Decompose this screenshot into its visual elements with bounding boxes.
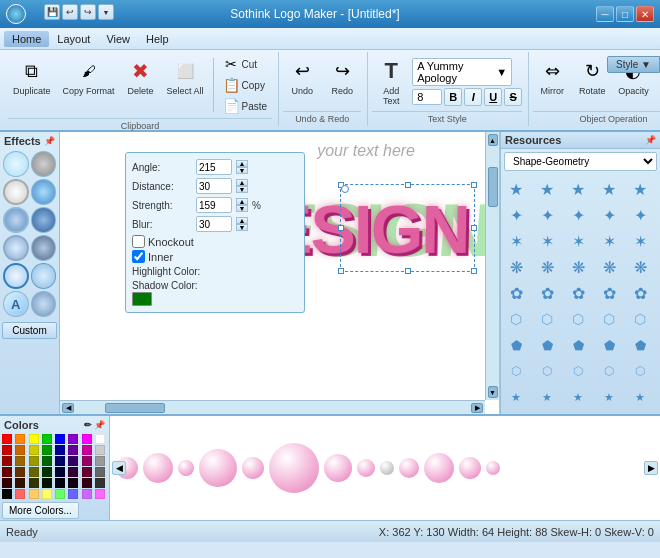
shape-star-5pt-5[interactable]: ★ <box>628 177 652 201</box>
italic-button[interactable]: I <box>464 88 482 106</box>
quick-redo-btn[interactable]: ↪ <box>80 4 96 20</box>
shape-hex-2[interactable]: ⬡ <box>535 307 559 331</box>
distance-down-btn[interactable]: ▼ <box>236 186 248 193</box>
color-cell[interactable] <box>15 434 25 444</box>
color-cell[interactable] <box>2 434 12 444</box>
redo-button[interactable]: ↪ Redo <box>323 54 361 99</box>
color-cell[interactable] <box>15 489 25 499</box>
color-cell[interactable] <box>42 467 52 477</box>
color-cell[interactable] <box>15 445 25 455</box>
color-cell[interactable] <box>42 456 52 466</box>
font-size-box[interactable]: 8 <box>412 89 442 105</box>
color-cell[interactable] <box>68 489 78 499</box>
shape-star-4pt-2[interactable]: ✦ <box>535 203 559 227</box>
shape-star-4pt-5[interactable]: ✦ <box>628 203 652 227</box>
color-cell[interactable] <box>15 478 25 488</box>
distance-input[interactable] <box>196 178 232 194</box>
duplicate-button[interactable]: ⧉ Duplicate <box>8 54 56 99</box>
knockout-checkbox[interactable] <box>132 235 145 248</box>
scroll-thumb-v[interactable] <box>488 167 498 207</box>
color-cell[interactable] <box>68 456 78 466</box>
menu-help[interactable]: Help <box>138 31 177 47</box>
colors-scroll-right[interactable]: ▶ <box>644 461 658 475</box>
scroll-v-down[interactable]: ▼ <box>488 386 498 398</box>
color-cell[interactable] <box>68 445 78 455</box>
strikethrough-button[interactable]: S <box>504 88 522 106</box>
shape-hex-s-4[interactable]: ⬡ <box>597 359 621 383</box>
effect-btn-4[interactable] <box>31 179 56 205</box>
color-cell[interactable] <box>15 467 25 477</box>
blur-spinner[interactable]: ▲ ▼ <box>236 217 248 231</box>
effect-btn-2[interactable] <box>31 151 57 177</box>
color-cell[interactable] <box>2 478 12 488</box>
scroll-thumb-h[interactable] <box>105 403 165 413</box>
shape-hex-5[interactable]: ⬡ <box>628 307 652 331</box>
color-cell[interactable] <box>68 434 78 444</box>
shape-star-4pt-4[interactable]: ✦ <box>597 203 621 227</box>
shape-star-5pt-1[interactable]: ★ <box>504 177 528 201</box>
shape-hex-s-3[interactable]: ⬡ <box>566 359 590 383</box>
color-cell[interactable] <box>29 434 39 444</box>
more-colors-button[interactable]: More Colors... <box>2 502 79 519</box>
color-cell[interactable] <box>95 456 105 466</box>
minimize-button[interactable]: ─ <box>596 6 614 22</box>
blur-input[interactable] <box>196 216 232 232</box>
shape-4pt-sm-2[interactable]: ✦ <box>535 411 559 414</box>
shape-flower-1[interactable]: ✿ <box>504 281 528 305</box>
shape-star-6pt-2[interactable]: ✶ <box>535 229 559 253</box>
shape-4pt-sm-4[interactable]: ✦ <box>597 411 621 414</box>
shape-burst-3[interactable]: ❋ <box>566 255 590 279</box>
angle-up-btn[interactable]: ▲ <box>236 160 248 167</box>
distance-up-btn[interactable]: ▲ <box>236 179 248 186</box>
style-badge[interactable]: Style ▼ <box>607 56 660 73</box>
shape-diamond-3[interactable]: ⬟ <box>566 333 590 357</box>
color-cell[interactable] <box>2 489 12 499</box>
effect-btn-5[interactable] <box>3 207 29 233</box>
color-cell[interactable] <box>2 456 12 466</box>
copy-format-button[interactable]: 🖌 Copy Format <box>58 54 120 99</box>
font-name-box[interactable]: A Yummy Apology ▼ <box>412 58 512 86</box>
shape-4pt-sm-5[interactable]: ✦ <box>628 411 652 414</box>
shape-burst-1[interactable]: ❋ <box>504 255 528 279</box>
color-cell[interactable] <box>82 456 92 466</box>
color-cell[interactable] <box>55 467 65 477</box>
shape-diamond-2[interactable]: ⬟ <box>535 333 559 357</box>
shape-burst-2[interactable]: ❋ <box>535 255 559 279</box>
shape-4pt-sm-3[interactable]: ✦ <box>566 411 590 414</box>
color-cell[interactable] <box>55 456 65 466</box>
shape-hex-1[interactable]: ⬡ <box>504 307 528 331</box>
distance-spinner[interactable]: ▲ ▼ <box>236 179 248 193</box>
shape-star-6pt-1[interactable]: ✶ <box>504 229 528 253</box>
effect-btn-3[interactable] <box>3 179 29 205</box>
shape-star-4pt-1[interactable]: ✦ <box>504 203 528 227</box>
shape-star-4pt-3[interactable]: ✦ <box>566 203 590 227</box>
shape-star-6pt-4[interactable]: ✶ <box>597 229 621 253</box>
strength-down-btn[interactable]: ▼ <box>236 205 248 212</box>
canvas-scrollbar-v[interactable]: ▲ ▼ <box>485 132 499 400</box>
color-cell[interactable] <box>82 467 92 477</box>
shape-star-sm-4[interactable]: ★ <box>597 385 621 409</box>
shape-flower-2[interactable]: ✿ <box>535 281 559 305</box>
underline-button[interactable]: U <box>484 88 502 106</box>
shape-burst-4[interactable]: ❋ <box>597 255 621 279</box>
color-cell[interactable] <box>2 467 12 477</box>
blur-down-btn[interactable]: ▼ <box>236 224 248 231</box>
effect-btn-7[interactable] <box>3 235 29 261</box>
color-cell[interactable] <box>82 445 92 455</box>
menu-view[interactable]: View <box>98 31 138 47</box>
canvas-scrollbar-h[interactable]: ◀ ▶ <box>60 400 485 414</box>
paste-button[interactable]: 📄 Paste <box>218 96 273 116</box>
colors-scroll-left[interactable]: ◀ <box>112 461 126 475</box>
colors-edit-icon[interactable]: ✏ <box>84 420 92 430</box>
effect-btn-A[interactable]: A <box>3 291 29 317</box>
close-button[interactable]: ✕ <box>636 6 654 22</box>
color-cell[interactable] <box>82 434 92 444</box>
scroll-v-up[interactable]: ▲ <box>488 134 498 146</box>
shape-hex-4[interactable]: ⬡ <box>597 307 621 331</box>
angle-spinner[interactable]: ▲ ▼ <box>236 160 248 174</box>
color-cell[interactable] <box>95 489 105 499</box>
color-cell[interactable] <box>95 445 105 455</box>
menu-home[interactable]: Home <box>4 31 49 47</box>
shape-star-sm-1[interactable]: ★ <box>504 385 528 409</box>
shape-flower-5[interactable]: ✿ <box>628 281 652 305</box>
